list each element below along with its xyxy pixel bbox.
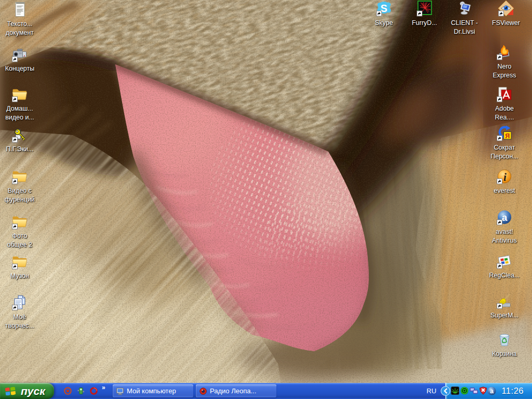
svg-text:a: a xyxy=(490,387,494,394)
